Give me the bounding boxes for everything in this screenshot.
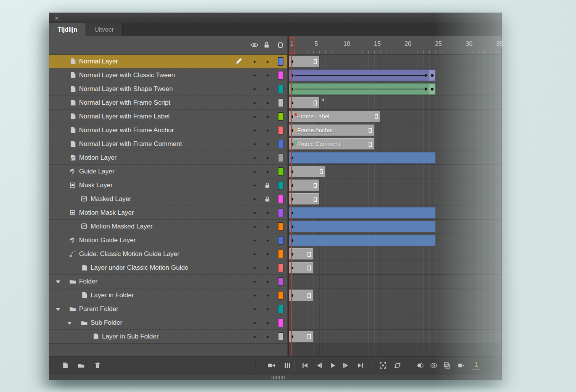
edit-multiple-frames-button[interactable] (442, 360, 452, 371)
layer-row[interactable]: Normal Layer with Shape Tween (49, 82, 502, 96)
layer-visibility-toggle[interactable] (248, 192, 261, 206)
layer-row-left[interactable]: Layer in Folder (49, 288, 289, 302)
layer-frames-track[interactable] (289, 316, 502, 330)
motion-tween-span[interactable] (289, 235, 435, 246)
layer-visibility-toggle[interactable] (248, 123, 261, 137)
frame-span[interactable] (289, 180, 319, 191)
layer-row-left[interactable]: Guide Layer (49, 165, 289, 178)
outline-icon[interactable] (277, 42, 283, 50)
layer-outline-color[interactable] (274, 110, 287, 123)
layer-lock-toggle[interactable] (261, 192, 274, 206)
layer-lock-toggle[interactable] (261, 151, 274, 165)
layer-frames-track[interactable] (289, 165, 502, 178)
layer-row[interactable]: Sub Folder (49, 316, 502, 330)
layer-lock-toggle[interactable] (261, 178, 274, 192)
layer-frames-track[interactable]: a (289, 96, 502, 110)
new-layer-button[interactable] (60, 360, 70, 371)
layer-row-left[interactable]: Motion Guide Layer (49, 233, 289, 247)
layer-row-left[interactable]: Guide: Classic Motion Guide Layer (49, 247, 289, 261)
layer-row[interactable]: Layer in Sub Folder (49, 330, 502, 343)
layer-row-left[interactable]: Motion Layer (49, 151, 289, 165)
layer-visibility-toggle[interactable] (248, 206, 261, 220)
go-to-last-frame-button[interactable] (355, 360, 366, 371)
layer-row[interactable]: Layer under Classic Motion Guide (49, 261, 502, 275)
layer-visibility-toggle[interactable] (248, 137, 261, 151)
layer-outline-color[interactable] (274, 82, 287, 96)
layer-outline-color[interactable] (274, 137, 287, 151)
layer-outline-color[interactable] (274, 233, 287, 247)
frame-span[interactable] (289, 97, 319, 109)
layer-lock-toggle[interactable] (261, 123, 274, 137)
layer-row[interactable]: Motion Layer (49, 151, 502, 165)
layer-visibility-toggle[interactable] (248, 247, 261, 261)
layer-lock-toggle[interactable] (261, 96, 274, 110)
layer-row[interactable]: Folder (49, 275, 502, 288)
layer-row[interactable]: Guide Layer (49, 165, 502, 178)
layer-outline-color[interactable] (274, 206, 287, 220)
layer-row[interactable]: Guide: Classic Motion Guide Layer (49, 247, 502, 261)
frame-span[interactable] (289, 193, 319, 205)
layer-row-left[interactable]: Normal Layer with Frame Script (49, 96, 289, 110)
layer-row[interactable]: Mask Layer (49, 178, 502, 192)
layer-visibility-toggle[interactable] (248, 178, 261, 192)
layer-outline-color[interactable] (274, 178, 287, 192)
layer-frames-track[interactable] (289, 302, 502, 316)
layer-outline-color[interactable] (274, 316, 287, 330)
layer-lock-toggle[interactable] (261, 275, 274, 288)
scrollbar-handle[interactable] (272, 376, 285, 379)
layer-lock-toggle[interactable] (261, 330, 274, 343)
layer-frames-track[interactable]: //Frame Comment (289, 137, 502, 151)
layer-visibility-toggle[interactable] (248, 275, 261, 288)
layer-lock-toggle[interactable] (261, 261, 274, 275)
folder-expand-triangle-icon[interactable] (56, 308, 60, 311)
layer-lock-toggle[interactable] (261, 233, 274, 247)
layer-lock-toggle[interactable] (261, 316, 274, 330)
layer-visibility-toggle[interactable] (248, 110, 261, 123)
layer-frames-track[interactable] (289, 288, 502, 302)
playhead[interactable] (291, 55, 292, 356)
layer-row-left[interactable]: Motion Masked Layer (49, 220, 289, 233)
layer-row[interactable]: Masked Layer (49, 192, 502, 206)
layer-outline-color[interactable] (274, 96, 287, 110)
layer-row-left[interactable]: Normal Layer with Shape Tween (49, 82, 289, 96)
current-frame-indicator[interactable]: 1 (473, 361, 480, 370)
layer-frames-track[interactable] (289, 192, 502, 206)
layer-frames-track[interactable] (289, 330, 502, 343)
layer-visibility-toggle[interactable] (248, 316, 261, 330)
layer-lock-toggle[interactable] (261, 247, 274, 261)
layer-frames-track[interactable] (289, 178, 502, 192)
layer-lock-toggle[interactable] (261, 55, 274, 68)
layer-frames-track[interactable] (289, 82, 502, 96)
frame-span[interactable]: Frame Anchor (289, 125, 374, 136)
onion-skin-button[interactable] (415, 360, 426, 371)
frame-span[interactable]: //Frame Comment (289, 138, 374, 150)
layer-outline-color[interactable] (274, 68, 287, 82)
layer-outline-color[interactable] (274, 302, 287, 316)
add-camera-button[interactable] (266, 360, 277, 371)
layer-row[interactable]: Parent Folder (49, 302, 502, 316)
layer-lock-toggle[interactable] (261, 137, 274, 151)
layer-lock-toggle[interactable] (261, 288, 274, 302)
horizontal-scrollbar[interactable] (49, 374, 502, 380)
layer-lock-toggle[interactable] (261, 220, 274, 233)
layer-row-left[interactable]: Normal Layer with Frame Anchor (49, 123, 289, 137)
show-parent-view-button[interactable] (282, 360, 293, 371)
layer-outline-color[interactable] (274, 275, 287, 288)
layer-visibility-toggle[interactable] (248, 261, 261, 275)
layer-visibility-toggle[interactable] (248, 55, 261, 68)
delete-layer-button[interactable] (92, 360, 103, 371)
layer-frames-track[interactable] (289, 233, 502, 247)
layer-row-left[interactable]: Layer in Sub Folder (49, 330, 289, 343)
layer-row[interactable]: Layer in Folder (49, 288, 502, 302)
layer-row[interactable]: Normal Layer (49, 55, 502, 68)
layer-row-left[interactable]: Normal Layer (49, 55, 289, 68)
layer-outline-color[interactable] (274, 192, 287, 206)
layer-visibility-toggle[interactable] (248, 151, 261, 165)
layer-frames-track[interactable] (289, 220, 502, 233)
motion-tween-span[interactable] (289, 221, 435, 232)
layer-row[interactable]: Normal Layer with Frame Scripta (49, 96, 502, 110)
layer-row-left[interactable]: Normal Layer with Frame Label (49, 110, 289, 123)
tab-tijdlijn[interactable]: Tijdlijn (49, 23, 86, 36)
folder-expand-triangle-icon[interactable] (56, 280, 60, 283)
lock-icon[interactable] (264, 42, 269, 50)
